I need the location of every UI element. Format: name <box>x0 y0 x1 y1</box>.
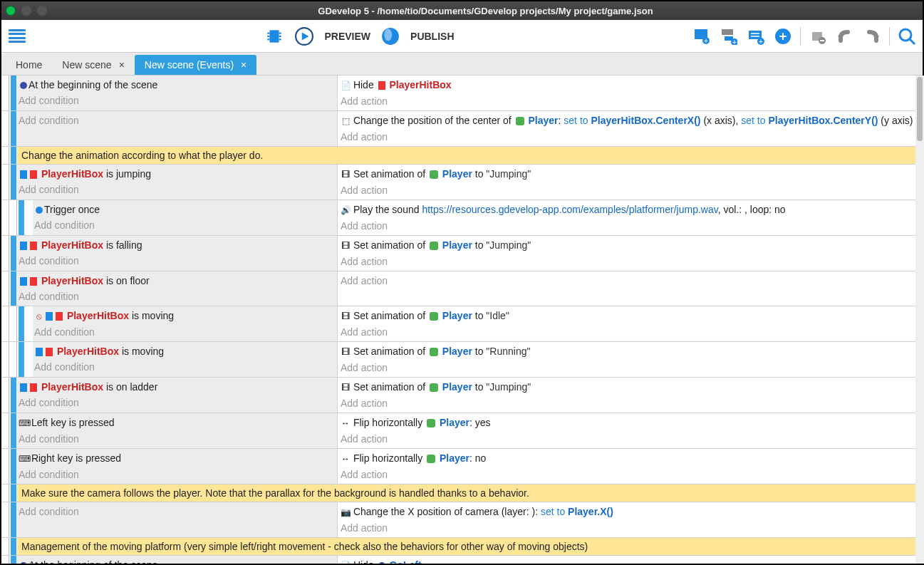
action[interactable]: 📷 Change the X position of camera (layer… <box>341 504 920 520</box>
add-condition-link[interactable]: Add condition <box>34 217 334 233</box>
condition[interactable]: PlayerHitBox is falling <box>19 237 334 253</box>
comment-event[interactable]: Management of the moving platform (very … <box>1 538 923 556</box>
event-row[interactable]: Add condition 📷 Change the X position of… <box>1 502 923 538</box>
add-condition-link[interactable]: Add condition <box>34 359 334 375</box>
search-icon[interactable] <box>897 26 917 46</box>
add-event-icon[interactable]: + <box>692 26 712 46</box>
condition[interactable]: PlayerHitBox is on ladder <box>19 379 334 395</box>
event-row[interactable]: At the beginning of the scene Add condit… <box>1 76 923 111</box>
event-row[interactable]: PlayerHitBox is on ladder Add condition … <box>1 378 923 413</box>
add-comment-icon[interactable]: + <box>746 26 766 46</box>
event-row[interactable]: PlayerHitBox is falling Add condition 🎞 … <box>1 236 923 271</box>
add-action-link[interactable]: Add action <box>341 218 920 234</box>
add-action-link[interactable]: Add action <box>341 273 920 289</box>
add-condition-link[interactable]: Add condition <box>19 504 334 519</box>
window-title: GDevelop 5 - /home/tio/Documents/GDevelo… <box>53 6 918 16</box>
add-action-link[interactable]: Add action <box>341 395 920 411</box>
svg-rect-26 <box>820 40 824 41</box>
add-action-link[interactable]: Add action <box>341 431 920 447</box>
add-action-link[interactable]: Add action <box>341 467 920 482</box>
svg-rect-13 <box>722 29 733 35</box>
add-condition-link[interactable]: Add condition <box>19 289 334 304</box>
action[interactable]: 🔊 Play the sound https://resources.gdeve… <box>341 202 920 218</box>
add-action-link[interactable]: Add action <box>341 324 920 340</box>
events-editor[interactable]: At the beginning of the scene Add condit… <box>1 76 923 564</box>
condition[interactable]: Trigger once <box>34 202 334 217</box>
delete-event-icon[interactable] <box>808 26 828 46</box>
condition[interactable]: PlayerHitBox is jumping <box>19 166 334 182</box>
add-condition-link[interactable]: Add condition <box>19 431 334 447</box>
add-action-link[interactable]: Add action <box>341 182 920 198</box>
event-row[interactable]: Add condition ⬚ Change the position of t… <box>1 111 923 147</box>
action[interactable]: ⬚ Change the position of the center of P… <box>341 113 920 129</box>
event-row[interactable]: ⌨ Right key is pressed Add condition ↔ F… <box>1 449 923 484</box>
svg-rect-0 <box>270 30 279 42</box>
undo-icon[interactable] <box>835 26 855 46</box>
menu-button[interactable] <box>7 26 27 46</box>
condition[interactable]: At the beginning of the scene <box>19 557 334 564</box>
publish-globe-icon[interactable] <box>380 26 400 46</box>
event-row[interactable]: ⌨ Left key is pressed Add condition ↔ Fl… <box>1 413 923 449</box>
condition[interactable]: ⌨ Left key is pressed <box>19 415 334 431</box>
condition[interactable]: At the beginning of the scene <box>19 77 334 93</box>
add-action-link[interactable]: Add action <box>341 360 920 375</box>
sound-url-link[interactable]: https://resources.gdevelop-app.com/examp… <box>422 204 717 215</box>
close-tab-icon[interactable]: × <box>119 59 125 71</box>
tab-new-scene[interactable]: New scene× <box>52 55 134 75</box>
add-action-link[interactable]: Add action <box>341 254 920 269</box>
svg-text:+: + <box>732 38 737 45</box>
preview-play-icon[interactable] <box>294 26 314 46</box>
tab-new-scene-events[interactable]: New scene (Events)× <box>135 55 256 75</box>
add-condition-link[interactable]: Add condition <box>19 93 334 108</box>
add-condition-link[interactable]: Add condition <box>19 113 334 128</box>
tab-home[interactable]: Home <box>6 55 52 75</box>
redo-icon[interactable] <box>862 26 882 46</box>
comment-event[interactable]: Change the animation according to what t… <box>1 147 923 165</box>
debugger-icon[interactable] <box>264 26 284 46</box>
main-toolbar: PREVIEW PUBLISH + + + + <box>1 20 923 53</box>
condition[interactable]: PlayerHitBox is on floor <box>19 273 334 289</box>
preview-label[interactable]: PREVIEW <box>324 31 370 42</box>
event-row[interactable]: PlayerHitBox is on floor Add condition A… <box>1 271 923 306</box>
svg-text:+: + <box>704 37 708 45</box>
add-condition-link[interactable]: Add condition <box>19 467 334 482</box>
window-close-button[interactable] <box>6 6 16 16</box>
add-action-link[interactable]: Add action <box>341 129 920 145</box>
action[interactable]: 🎞 Set animation of Player to "Jumping" <box>341 166 920 182</box>
scrollbar-thumb[interactable] <box>917 77 923 141</box>
add-condition-link[interactable]: Add condition <box>19 253 334 269</box>
add-condition-link[interactable]: Add condition <box>19 395 334 410</box>
window-min-button[interactable] <box>21 6 31 16</box>
action[interactable]: 🎞 Set animation of Player to "Jumping" <box>341 379 920 395</box>
action[interactable]: 🎞 Set animation of Player to "Idle" <box>341 308 920 324</box>
add-action-link[interactable]: Add action <box>341 93 920 109</box>
condition[interactable]: ⌨ Right key is pressed <box>19 450 334 467</box>
add-other-event-icon[interactable]: + <box>773 26 793 46</box>
action[interactable]: 🎞 Set animation of Player to "Running" <box>341 343 920 360</box>
condition[interactable]: PlayerHitBox is moving <box>34 343 334 359</box>
publish-label[interactable]: PUBLISH <box>410 31 454 42</box>
event-row[interactable]: Trigger once Add condition 🔊 Play the so… <box>1 200 923 236</box>
vertical-scrollbar[interactable] <box>915 76 924 564</box>
event-row[interactable]: PlayerHitBox is jumping Add condition 🎞 … <box>1 165 923 200</box>
svg-text:+: + <box>759 38 763 45</box>
close-tab-icon[interactable]: × <box>241 59 246 71</box>
add-condition-link[interactable]: Add condition <box>34 324 334 340</box>
event-row[interactable]: PlayerHitBox is moving Add condition 🎞 S… <box>1 342 923 378</box>
action[interactable]: ↔ Flip horizontally Player: no <box>341 450 920 467</box>
window-max-button[interactable] <box>37 6 47 16</box>
svg-text:+: + <box>779 29 787 43</box>
svg-line-28 <box>910 39 915 44</box>
add-condition-link[interactable]: Add condition <box>19 182 334 197</box>
add-action-link[interactable]: Add action <box>341 520 920 536</box>
event-row[interactable]: At the beginning of the scene Add condit… <box>1 556 923 564</box>
add-subevent-icon[interactable]: + <box>719 26 739 46</box>
action[interactable]: ↔ Flip horizontally Player: yes <box>341 415 920 431</box>
event-row[interactable]: ⦸ PlayerHitBox is moving Add condition 🎞… <box>1 306 923 342</box>
action[interactable]: 📄 Hide PlayerHitBox <box>341 77 920 93</box>
svg-point-9 <box>384 28 392 41</box>
comment-event[interactable]: Make sure the camera follows the player.… <box>1 484 923 502</box>
condition[interactable]: ⦸ PlayerHitBox is moving <box>34 308 334 324</box>
action[interactable]: 🎞 Set animation of Player to "Jumping" <box>341 237 920 254</box>
action[interactable]: 📄 Hide GoLeft <box>341 557 920 564</box>
